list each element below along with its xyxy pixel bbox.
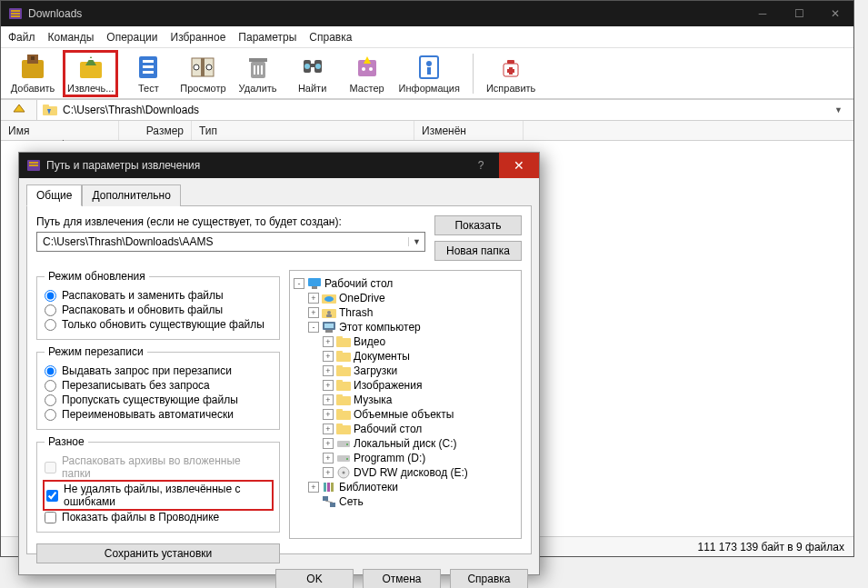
tree-expander[interactable]: + xyxy=(308,482,319,493)
opt-update-only[interactable]: Только обновить существующие файлы xyxy=(45,317,272,332)
tree-expander[interactable]: - xyxy=(294,278,304,289)
tree-node[interactable]: +Thrash xyxy=(294,305,517,320)
tab-advanced[interactable]: Дополнительно xyxy=(82,184,180,206)
tree-label: Сеть xyxy=(339,495,364,508)
winrar-icon xyxy=(26,158,41,173)
folder-tree[interactable]: -Рабочий стол+OneDrive+Thrash-Этот компь… xyxy=(289,270,522,539)
tree-node[interactable]: +Видео xyxy=(294,334,517,349)
chevron-down-icon[interactable]: ▼ xyxy=(408,237,424,246)
repair-button[interactable]: Исправить xyxy=(484,50,537,97)
tree-expander[interactable]: + xyxy=(308,307,319,318)
up-button[interactable] xyxy=(1,100,37,120)
tree-node[interactable]: +Локальный диск (C:) xyxy=(294,436,517,451)
ok-button[interactable]: OK xyxy=(275,569,354,588)
tree-node[interactable]: +Библиотеки xyxy=(294,480,517,494)
opt-extract-replace[interactable]: Распаковать и заменить файлы xyxy=(45,288,272,303)
tree-expander[interactable]: + xyxy=(323,351,334,362)
network-icon xyxy=(322,495,336,508)
path-input[interactable]: C:\Users\Thrash\Downloads\AAMS ▼ xyxy=(36,232,425,252)
tree-expander[interactable]: + xyxy=(323,336,334,347)
new-folder-button[interactable]: Новая папка xyxy=(434,241,522,261)
wizard-label: Мастер xyxy=(350,83,384,94)
add-button[interactable]: Добавить xyxy=(8,50,57,97)
find-button[interactable]: Найти xyxy=(288,50,337,97)
tree-expander[interactable]: + xyxy=(323,453,334,463)
close-button[interactable]: ✕ xyxy=(817,1,853,26)
svg-point-33 xyxy=(426,61,432,66)
toolbar: Добавить Извлечь... Тест Просмотр Удалит… xyxy=(1,48,853,99)
tree-node[interactable]: +Рабочий стол xyxy=(294,422,517,436)
opt-ask[interactable]: Выдавать запрос при перезаписи xyxy=(45,364,272,378)
svg-rect-2 xyxy=(11,13,20,15)
opt-show-in-explorer[interactable]: Показать файлы в Проводнике xyxy=(45,510,272,524)
tree-expander[interactable]: - xyxy=(308,322,319,333)
tree-node[interactable]: +Programm (D:) xyxy=(294,451,517,465)
menu-commands[interactable]: Команды xyxy=(48,31,95,44)
minimize-button[interactable]: ─ xyxy=(744,1,781,26)
tree-node[interactable]: +OneDrive xyxy=(294,291,517,305)
folder-user-icon xyxy=(322,306,336,319)
dialog-help-button[interactable]: ? xyxy=(463,153,499,178)
tree-expander[interactable]: + xyxy=(323,409,334,420)
show-button[interactable]: Показать xyxy=(434,215,522,235)
cancel-button[interactable]: Отмена xyxy=(363,569,441,588)
svg-rect-25 xyxy=(311,64,314,67)
info-button[interactable]: Информация xyxy=(397,50,462,97)
tree-node[interactable]: +Загрузки xyxy=(294,364,517,378)
wizard-button[interactable]: Мастер xyxy=(343,50,392,97)
test-button[interactable]: Тест xyxy=(124,50,173,97)
opt-keep-broken[interactable]: Не удалять файлы, извлечённые с ошибками xyxy=(43,480,274,511)
col-type[interactable]: Тип xyxy=(192,121,414,140)
tree-node[interactable]: -Этот компьютер xyxy=(294,320,517,334)
tree-node[interactable]: +Документы xyxy=(294,349,517,364)
menu-file[interactable]: Файл xyxy=(8,31,35,44)
svg-point-16 xyxy=(194,65,199,70)
tree-node[interactable]: Сеть xyxy=(294,494,517,509)
col-size[interactable]: Размер xyxy=(119,121,192,140)
tree-expander[interactable]: + xyxy=(323,365,334,376)
delete-button[interactable]: Удалить xyxy=(234,50,283,97)
save-settings-button[interactable]: Сохранить установки xyxy=(36,543,280,563)
svg-point-26 xyxy=(304,64,310,69)
col-modified[interactable]: Изменён xyxy=(414,121,524,140)
view-button[interactable]: Просмотр xyxy=(178,50,227,97)
tabstrip: Общие Дополнительно xyxy=(19,178,539,205)
opt-overwrite-silent[interactable]: Перезаписывать без запроса xyxy=(45,378,272,393)
tree-label: DVD RW дисковод (E:) xyxy=(354,466,468,479)
tree-label: Видео xyxy=(354,335,385,348)
tree-node[interactable]: +Объемные объекты xyxy=(294,407,517,422)
help-button[interactable]: Справка xyxy=(450,569,528,588)
dialog-close-button[interactable]: ✕ xyxy=(499,153,539,178)
svg-rect-67 xyxy=(336,409,343,413)
opt-skip[interactable]: Пропускать существующие файлы xyxy=(45,393,272,407)
svg-point-73 xyxy=(346,458,348,460)
opt-extract-update[interactable]: Распаковать и обновить файлы xyxy=(45,303,272,317)
menu-operations[interactable]: Операции xyxy=(106,31,157,44)
menu-favorites[interactable]: Избранное xyxy=(171,31,226,44)
view-label: Просмотр xyxy=(180,83,225,94)
tree-expander[interactable]: + xyxy=(323,438,334,449)
chevron-down-icon[interactable]: ▼ xyxy=(834,105,848,115)
tree-expander[interactable]: + xyxy=(323,424,334,434)
info-label: Информация xyxy=(399,83,460,94)
tree-expander[interactable]: + xyxy=(308,293,319,304)
svg-rect-34 xyxy=(427,67,431,75)
svg-rect-19 xyxy=(249,58,267,62)
tree-expander[interactable]: + xyxy=(323,380,334,391)
opt-rename[interactable]: Переименовывать автоматически xyxy=(45,407,272,422)
tree-node[interactable]: +Изображения xyxy=(294,378,517,393)
tree-node[interactable]: -Рабочий стол xyxy=(294,276,517,291)
svg-point-17 xyxy=(206,65,212,70)
tree-node[interactable]: +Музыка xyxy=(294,393,517,407)
maximize-button[interactable]: ☐ xyxy=(781,1,817,26)
menu-help[interactable]: Справка xyxy=(309,31,352,44)
tree-expander[interactable]: + xyxy=(323,394,334,405)
tree-expander[interactable]: + xyxy=(323,467,334,478)
extract-button[interactable]: Извлечь... xyxy=(63,50,118,97)
menu-options[interactable]: Параметры xyxy=(238,31,296,44)
tab-general[interactable]: Общие xyxy=(26,184,82,206)
dialog-title: Путь и параметры извлечения xyxy=(46,159,200,172)
path-value: C:\Users\Thrash\Downloads\AAMS xyxy=(37,235,408,248)
path-combo[interactable]: C:\Users\Thrash\Downloads ▼ xyxy=(37,104,853,116)
tree-node[interactable]: +DVD RW дисковод (E:) xyxy=(294,465,517,480)
